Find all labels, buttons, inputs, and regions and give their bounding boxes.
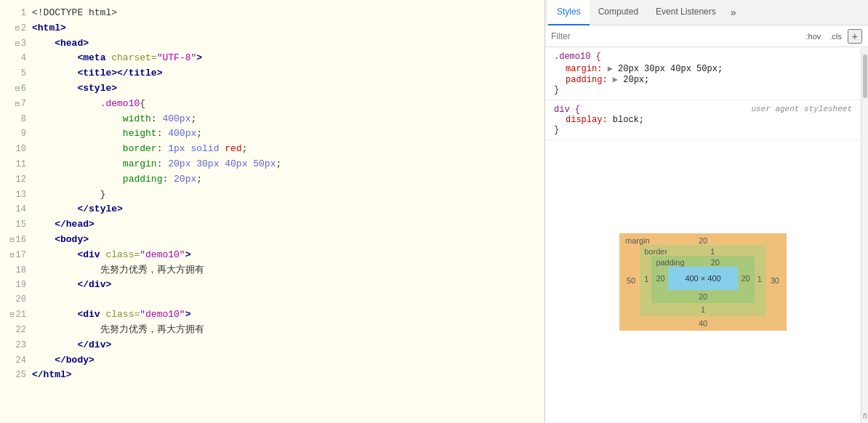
filter-hov-button[interactable]: :hov	[803, 31, 824, 41]
code-line-22: 22 先努力优秀，再大方拥有	[0, 323, 544, 338]
code-content: margin: 20px 30px 40px 50px;	[32, 157, 539, 172]
code-content: width: 400px;	[32, 112, 539, 127]
code-line-24: 24 </body>	[0, 353, 544, 368]
code-content: </div>	[32, 338, 539, 353]
code-content: <div class="demo10">	[32, 307, 539, 323]
code-content: <body>	[32, 233, 539, 248]
scrollbar-bottom-icon: ñ	[863, 412, 867, 420]
code-line-23: 23 </div>	[0, 338, 544, 353]
style-selector-div: div {	[554, 105, 580, 115]
code-content: </head>	[32, 217, 539, 233]
code-line-21: ⊟21 <div class="demo10">	[0, 307, 544, 323]
style-val-display: block;	[613, 115, 644, 125]
code-line-25: 25 </html>	[0, 368, 544, 383]
style-prop-display: display:	[566, 115, 608, 125]
line-number: 1	[6, 7, 26, 20]
code-line-18: 18 先努力优秀，再大方拥有	[0, 263, 544, 278]
filter-input[interactable]	[551, 31, 800, 41]
filter-cls-button[interactable]: .cls	[827, 31, 845, 41]
devtools-panel: Styles Computed Event Listeners » :hov .…	[545, 0, 868, 423]
styles-main: .demo10 { margin: ▶ 20px 30px 40px 50px;…	[545, 47, 861, 423]
code-content: padding: 20px;	[32, 172, 539, 188]
style-prop-padding: padding:	[566, 75, 608, 85]
line-number: ⊟16	[6, 233, 26, 247]
line-number: 20	[6, 293, 26, 307]
line-number: ⊟7	[6, 97, 26, 111]
filter-bar: :hov .cls +	[545, 25, 868, 47]
line-number: ⊟21	[6, 308, 26, 322]
user-agent-label: user agent stylesheet	[751, 105, 852, 115]
styles-content: .demo10 { margin: ▶ 20px 30px 40px 50px;…	[545, 47, 868, 423]
line-number: 19	[6, 278, 26, 292]
code-content: .demo10{	[32, 97, 539, 112]
code-content: border: 1px solid red;	[32, 142, 539, 157]
border-left-val: 1	[644, 275, 648, 283]
code-line-15: 15 </head>	[0, 217, 544, 233]
line-number: 12	[6, 173, 26, 187]
line-number: 25	[6, 368, 26, 382]
line-number: 22	[6, 323, 26, 337]
code-line-7: ⊟7 .demo10{	[0, 97, 544, 112]
padding-top-val: 20	[711, 258, 720, 267]
code-content: </style>	[32, 202, 539, 217]
tab-event-listeners[interactable]: Event Listeners	[647, 0, 725, 25]
code-line-9: 9 height: 400px;	[0, 126, 544, 142]
line-number: ⊟3	[6, 37, 26, 51]
scrollbar-thumb[interactable]	[863, 55, 867, 98]
line-number: 5	[6, 67, 26, 81]
code-content: <div class="demo10">	[32, 248, 539, 263]
code-content: <title></title>	[32, 66, 539, 81]
code-content: </body>	[32, 353, 539, 368]
code-content: height: 400px;	[32, 126, 539, 142]
code-line-12: 12 padding: 20px;	[0, 172, 544, 188]
code-line-14: 14 </style>	[0, 202, 544, 217]
code-content: <meta charset="UTF-8">	[32, 51, 539, 66]
code-line-1: 1 <!DOCTYPE html>	[0, 6, 544, 21]
box-model: margin 20 margin 50	[619, 233, 787, 331]
code-content: <style>	[32, 81, 539, 97]
code-line-11: 11 margin: 20px 30px 40px 50px;	[0, 157, 544, 172]
line-number: 18	[6, 264, 26, 278]
margin-right-val: 30	[771, 276, 779, 285]
line-number: 15	[6, 218, 26, 232]
add-style-button[interactable]: +	[848, 29, 862, 44]
tab-more-button[interactable]: »	[725, 2, 742, 23]
code-line-10: 10 border: 1px solid red;	[0, 142, 544, 157]
code-line-19: 19 </div>	[0, 278, 544, 293]
expand-triangle-padding[interactable]: ▶	[613, 75, 623, 85]
code-line-8: 8 width: 400px;	[0, 112, 544, 127]
box-model-container: margin 20 margin 50	[545, 140, 861, 423]
code-line-3: ⊟3 <head>	[0, 36, 544, 52]
line-number: 11	[6, 158, 26, 172]
filter-actions: :hov .cls +	[803, 29, 862, 44]
style-selector: .demo10 {	[554, 52, 601, 62]
code-line-4: 4 <meta charset="UTF-8">	[0, 51, 544, 66]
margin-bottom-val: 40	[699, 319, 707, 328]
margin-label: margin	[625, 236, 650, 245]
padding-label: padding	[656, 258, 684, 267]
line-number: 23	[6, 339, 26, 352]
style-val-margin: 20px 30px 40px 50px;	[618, 64, 723, 74]
line-number: 13	[6, 188, 26, 202]
tab-computed[interactable]: Computed	[590, 0, 647, 25]
line-number: 14	[6, 203, 26, 217]
code-content: }	[32, 188, 539, 203]
code-line-20: 20	[0, 293, 544, 307]
code-content: <!DOCTYPE html>	[32, 6, 539, 21]
line-number: ⊟6	[6, 82, 26, 96]
margin-left-val: 50	[627, 276, 635, 285]
code-line-17: ⊟17 <div class="demo10">	[0, 248, 544, 263]
tab-styles[interactable]: Styles	[548, 0, 590, 25]
code-line-13: 13 }	[0, 188, 544, 203]
style-rule-div: div { user agent stylesheet display: blo…	[545, 100, 861, 140]
border-top-val: 1	[710, 247, 715, 256]
code-content: </html>	[32, 368, 539, 383]
line-number: ⊟17	[6, 249, 26, 262]
expand-triangle-margin[interactable]: ▶	[608, 64, 618, 74]
line-number: 10	[6, 142, 26, 156]
style-close-brace: }	[554, 85, 559, 95]
margin-top-val: 20	[699, 236, 707, 245]
scrollbar[interactable]: ñ	[861, 47, 868, 423]
style-val-padding: 20px;	[623, 75, 649, 85]
code-line-5: 5 <title></title>	[0, 66, 544, 81]
